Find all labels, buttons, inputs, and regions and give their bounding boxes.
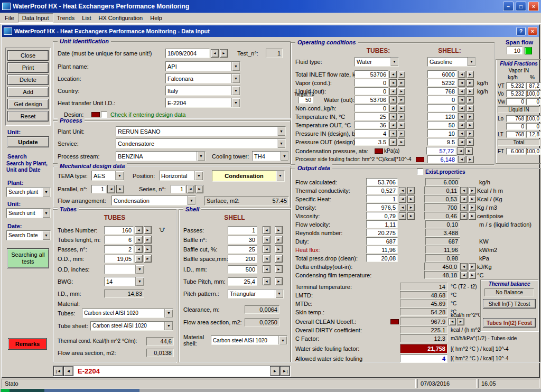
dropdown-arrow-icon[interactable]: ▼ [277, 139, 285, 148]
spin-right-icon[interactable]: ► [469, 212, 476, 220]
spin-right-icon[interactable]: ► [398, 138, 405, 146]
spin-left-icon[interactable]: ◄ [211, 49, 219, 58]
spin-left-icon[interactable]: ◄ [457, 147, 464, 155]
spin-left-icon[interactable]: ◄ [389, 88, 397, 95]
spin-right-icon[interactable]: ► [457, 318, 464, 325]
spin-right-icon[interactable]: ► [407, 212, 415, 220]
spin-left-icon[interactable]: ◄ [263, 277, 270, 285]
spin-left-icon[interactable]: ◄ [135, 255, 143, 263]
spin-right-icon[interactable]: ► [469, 263, 476, 270]
spin-left-icon[interactable]: ◄ [449, 318, 456, 325]
spin-left-icon[interactable]: ◄ [460, 212, 468, 220]
spin-left-icon[interactable]: ◄ [458, 113, 465, 120]
spin-right-icon[interactable]: ► [467, 105, 474, 112]
dropdown-arrow-icon[interactable]: ▼ [231, 86, 240, 95]
allowed-fouling-field[interactable]: 4 [400, 354, 447, 362]
previous-record-button[interactable]: ◄ [63, 366, 73, 376]
menu-data-input[interactable]: Data Input [18, 13, 53, 23]
search-plant-dropdown[interactable]: Search plant ▼ [6, 187, 51, 197]
spin-right-icon[interactable]: ► [467, 88, 474, 95]
tubes-value-field[interactable]: 25 [355, 113, 388, 120]
spin-left-icon[interactable]: ◄ [186, 185, 194, 193]
spin-right-icon[interactable]: ► [467, 156, 474, 163]
plant-unit-dropdown[interactable]: RERUN ESANO ▼ [116, 126, 286, 136]
dropdown-arrow-icon[interactable]: ▼ [164, 322, 173, 330]
condensation-pressure-field[interactable]: 57,72 [426, 147, 456, 155]
tubes-value-field[interactable]: 0 [355, 87, 388, 95]
spin-left-icon[interactable]: ◄ [135, 245, 143, 253]
last-record-button[interactable]: ►| [280, 366, 290, 376]
pitch-pattern-dropdown[interactable]: Triangular ▼ [228, 289, 284, 298]
tubes-od-mm-field[interactable]: 19,05 [104, 255, 134, 263]
tubes-bwg-dropdown[interactable]: 14 ▼ [104, 277, 144, 286]
spin-left-icon[interactable]: ◄ [460, 272, 468, 279]
dropdown-arrow-icon[interactable]: ▼ [276, 171, 284, 181]
spin-right-icon[interactable]: ► [467, 79, 474, 87]
tubes-value-field[interactable]: 53706 [355, 96, 388, 104]
spin-right-icon[interactable]: ► [195, 185, 203, 193]
spin-right-icon[interactable]: ► [469, 195, 476, 203]
spin-left-icon[interactable]: ◄ [389, 96, 397, 104]
span-flow-field[interactable]: 10 [507, 46, 523, 54]
spin-right-icon[interactable]: ► [275, 245, 283, 253]
spin-left-icon[interactable]: ◄ [399, 212, 406, 220]
spin-left-icon[interactable]: ◄ [263, 255, 270, 263]
tubes-number-field[interactable]: 160 [104, 226, 134, 235]
spin-left-icon[interactable]: ◄ [460, 187, 468, 194]
spin-right-icon[interactable]: ► [275, 226, 283, 234]
spin-right-icon[interactable]: ► [275, 255, 283, 263]
shell-value-field[interactable]: 768 [427, 87, 457, 95]
spin-right-icon[interactable]: ► [398, 79, 405, 87]
shell-value-field[interactable]: 10 [427, 129, 457, 137]
spin-right-icon[interactable]: ► [465, 147, 473, 155]
spin-right-icon[interactable]: ► [144, 245, 152, 253]
spin-left-icon[interactable]: ◄ [263, 245, 270, 253]
remarks-button[interactable]: Remarks [8, 338, 47, 350]
dropdown-arrow-icon[interactable]: ▼ [277, 127, 285, 136]
close-record-button[interactable]: Close [7, 50, 49, 61]
tubes-value-field[interactable]: 36 [355, 121, 388, 129]
spin-left-icon[interactable]: ◄ [135, 236, 143, 244]
spin-left-icon[interactable]: ◄ [458, 138, 465, 146]
spin-right-icon[interactable]: ► [275, 277, 283, 285]
tema-type-dropdown[interactable]: AES ▼ [91, 171, 124, 181]
maximize-button[interactable]: □ [516, 2, 526, 11]
spin-right-icon[interactable]: ► [275, 236, 283, 244]
menu-hx-configuration[interactable]: HX Configuration [95, 14, 146, 22]
tubes-value-field[interactable]: 3.5 [355, 138, 388, 146]
shell-value-field[interactable]: 50 [427, 121, 457, 129]
menu-help[interactable]: Help [146, 14, 166, 22]
tubes-passes-field[interactable]: 2 [104, 245, 134, 254]
search-unit-dropdown[interactable]: Search unit ▼ [6, 208, 51, 218]
fluid-type-tubes-dropdown[interactable]: Water ▼ [355, 57, 399, 67]
spin-right-icon[interactable]: ► [467, 130, 474, 137]
baffle-number-field[interactable]: 30 [228, 236, 257, 244]
next-record-button[interactable]: ► [270, 366, 280, 376]
tubes-material-dropdown[interactable]: Carbon steel AISI 1020 ▼ [82, 309, 173, 318]
spin-left-icon[interactable]: ◄ [460, 204, 468, 211]
spin-right-icon[interactable]: ► [469, 187, 476, 194]
tube-sheet-material-dropdown[interactable]: Carbon steel AISI 1020 ▼ [90, 321, 173, 331]
spin-left-icon[interactable]: ◄ [458, 88, 465, 95]
help-button[interactable]: ? [516, 27, 526, 35]
spin-left-icon[interactable]: ◄ [389, 79, 397, 87]
dropdown-arrow-icon[interactable]: ▼ [278, 336, 287, 344]
spin-left-icon[interactable]: ◄ [458, 130, 465, 137]
spin-left-icon[interactable]: ◄ [135, 226, 143, 234]
spin-left-icon[interactable]: ◄ [458, 71, 465, 78]
dropdown-arrow-icon[interactable]: ▼ [231, 62, 240, 71]
spin-right-icon[interactable]: ► [398, 130, 405, 137]
design-checkbox[interactable] [101, 111, 107, 118]
spin-right-icon[interactable]: ► [144, 236, 152, 244]
heat-transfer-unit-id-dropdown[interactable]: E-2204 ▼ [165, 98, 240, 108]
search-date-dropdown[interactable]: Search Date ▼ [6, 230, 51, 240]
tubes-length-field[interactable]: 6 [104, 236, 134, 244]
tubes-value-field[interactable]: 0 [355, 104, 388, 112]
process-stream-dropdown[interactable]: BENZINA ▼ [116, 151, 206, 161]
baffle-cut-field[interactable]: 25 [228, 245, 257, 254]
search-all-tests-button[interactable]: Searching all tests [7, 248, 49, 268]
spin-right-icon[interactable]: ► [116, 185, 124, 193]
spin-left-icon[interactable]: ◄ [399, 195, 406, 203]
spin-left-icon[interactable]: ◄ [458, 105, 465, 112]
spin-left-icon[interactable]: ◄ [389, 113, 397, 120]
